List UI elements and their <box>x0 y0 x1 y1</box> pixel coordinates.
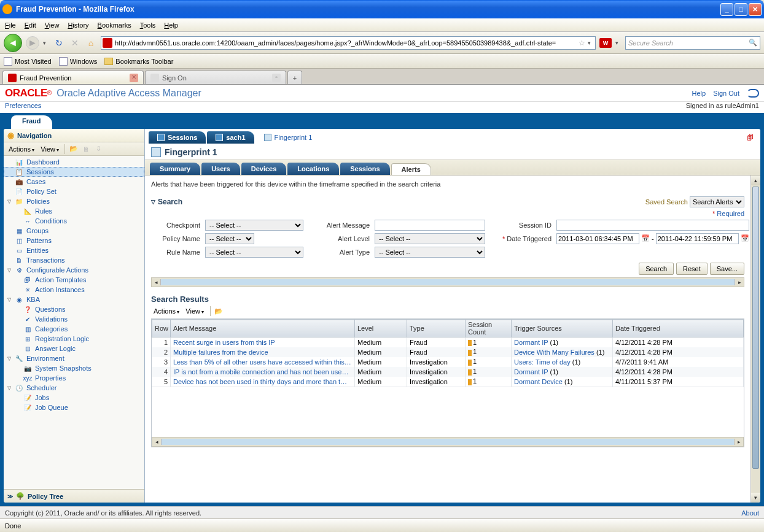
cell-alert-message[interactable]: IP is not from a mobile connection and h… <box>171 367 355 377</box>
subtab-users[interactable]: Users <box>201 163 240 175</box>
nav-item-scheduler[interactable]: ▽🕒Scheduler <box>4 383 144 393</box>
folder-open-icon[interactable]: 📂 <box>68 144 79 154</box>
bookmark-star-icon[interactable]: ☆ <box>579 39 585 47</box>
table-row[interactable]: 4IP is not from a mobile connection and … <box>152 367 744 377</box>
nav-item-kba[interactable]: ▽◉KBA <box>4 295 144 304</box>
doc-tab-sach1[interactable]: sach1 <box>207 131 254 144</box>
url-input[interactable] <box>115 39 576 47</box>
nav-item-policies[interactable]: ▽📁Policies <box>4 196 144 206</box>
nav-item-dashboard[interactable]: 📊Dashboard <box>4 157 144 167</box>
signout-link[interactable]: Sign Out <box>713 90 739 97</box>
nav-item-job-queue[interactable]: 📝Job Queue <box>4 403 144 412</box>
rule-name-select[interactable]: -- Select -- <box>205 247 303 258</box>
col-type[interactable]: Type <box>407 320 466 337</box>
shield-dropdown[interactable]: ▾ <box>615 40 622 46</box>
save-button[interactable]: Save... <box>710 263 744 275</box>
nav-item-action-instances[interactable]: ✳Action Instances <box>4 285 144 295</box>
menu-help[interactable]: Help <box>164 21 178 29</box>
tab-close-icon[interactable]: ✕ <box>130 74 138 82</box>
close-button[interactable]: ✕ <box>749 3 762 16</box>
menu-bookmarks[interactable]: Bookmarks <box>98 21 131 29</box>
nav-history-dropdown[interactable]: ▾ <box>43 40 49 46</box>
url-bar[interactable]: ☆ ▾ <box>101 36 596 50</box>
saved-search-select[interactable]: Search Alerts <box>690 196 744 207</box>
minimize-button[interactable]: _ <box>720 3 733 16</box>
back-button[interactable]: ◄ <box>4 34 22 52</box>
nav-item-sessions[interactable]: 📋Sessions <box>4 167 144 177</box>
url-dropdown[interactable]: ▾ <box>588 40 594 46</box>
nav-item-questions[interactable]: ❓Questions <box>4 304 144 314</box>
bookmark-toolbar-folder[interactable]: Bookmarks Toolbar <box>104 58 173 65</box>
browser-tab-signon[interactable]: Sign On ▫ <box>145 71 286 84</box>
table-row[interactable]: 5Device has not been used in thirty days… <box>152 377 744 387</box>
menu-history[interactable]: History <box>68 21 88 29</box>
nav-item-properties[interactable]: xyzProperties <box>4 373 144 383</box>
fraud-tab[interactable]: Fraud <box>11 115 52 129</box>
table-row[interactable]: 1Recent surge in users from this IPMediu… <box>152 337 744 347</box>
help-link[interactable]: Help <box>692 90 706 97</box>
alert-level-select[interactable]: -- Select -- <box>375 233 485 244</box>
calendar-icon[interactable]: 📅 <box>741 234 749 243</box>
nav-view-menu[interactable]: View <box>38 145 61 153</box>
nav-item-categories[interactable]: ▥Categories <box>4 324 144 334</box>
nav-item-system-snapshots[interactable]: 📷System Snapshots <box>4 363 144 373</box>
bookmark-windows[interactable]: Windows <box>59 57 98 66</box>
table-row[interactable]: 3Less than 5% of all other users have ac… <box>152 357 744 367</box>
browser-search[interactable]: Secure Search 🔍 <box>625 36 760 50</box>
bookmark-most-visited[interactable]: Most Visited <box>4 57 52 66</box>
new-tab-button[interactable]: + <box>287 71 302 84</box>
calendar-icon[interactable]: 📅 <box>641 234 650 243</box>
menu-edit[interactable]: Edit <box>25 21 36 29</box>
nav-item-validations[interactable]: ✔Validations <box>4 314 144 324</box>
search-icon[interactable]: 🔍 <box>749 39 757 47</box>
browser-tab-fraud[interactable]: Fraud Prevention ✕ <box>2 71 144 84</box>
search-hscroll[interactable]: ◂▸ <box>151 277 744 287</box>
home-button[interactable]: ⌂ <box>85 37 97 49</box>
col-date-triggered[interactable]: Date Triggered <box>613 320 744 337</box>
about-link[interactable]: About <box>741 509 759 517</box>
menu-file[interactable]: File <box>5 21 16 29</box>
session-id-input[interactable] <box>556 220 749 231</box>
subtab-locations[interactable]: Locations <box>287 163 339 175</box>
col-session-count[interactable]: Session Count <box>466 320 512 337</box>
menu-view[interactable]: View <box>45 21 60 29</box>
nav-item-action-templates[interactable]: 🗐Action Templates <box>4 275 144 285</box>
nav-item-environment[interactable]: ▽🔧Environment <box>4 353 144 363</box>
search-button[interactable]: Search <box>639 263 674 275</box>
table-row[interactable]: 2Multiple failures from the deviceMedium… <box>152 347 744 357</box>
cell-alert-message[interactable]: Recent surge in users from this IP <box>171 337 355 347</box>
page-tool-icon[interactable]: 🗐 <box>747 134 757 144</box>
doc-tab-fingerprint[interactable]: Fingerprint 1 <box>255 131 321 144</box>
vertical-scrollbar[interactable]: ▴▾ <box>750 175 760 503</box>
results-actions-menu[interactable]: Actions <box>151 307 182 315</box>
collapse-icon[interactable]: ▽ <box>151 199 155 205</box>
nav-item-jobs[interactable]: 📝Jobs <box>4 393 144 403</box>
cell-alert-message[interactable]: Device has not been used in thirty days … <box>171 377 355 387</box>
subtab-sessions[interactable]: Sessions <box>340 163 389 175</box>
results-hscroll[interactable]: ◂▸ <box>152 437 744 447</box>
menu-tools[interactable]: Tools <box>140 21 156 29</box>
nav-item-policy-set[interactable]: 📄Policy Set <box>4 187 144 196</box>
nav-item-configurable-actions[interactable]: ▽⚙Configurable Actions <box>4 265 144 275</box>
maximize-button[interactable]: □ <box>735 3 747 16</box>
stop-button[interactable]: ✕ <box>69 37 81 49</box>
doc-tab-sessions[interactable]: Sessions <box>149 131 206 144</box>
preferences-link[interactable]: Preferences <box>5 102 41 109</box>
alert-type-select[interactable]: -- Select -- <box>375 247 485 258</box>
checkpoint-select[interactable]: -- Select -- <box>205 220 303 231</box>
date-from-input[interactable] <box>556 233 639 244</box>
nav-item-conditions[interactable]: ↔Conditions <box>4 216 144 226</box>
nav-actions-menu[interactable]: Actions <box>6 145 37 153</box>
policy-name-select[interactable]: -- Select -- <box>205 233 254 244</box>
subtab-devices[interactable]: Devices <box>241 163 287 175</box>
nav-item-registration-logic[interactable]: ⊞Registration Logic <box>4 334 144 344</box>
col-alert-message[interactable]: Alert Message <box>171 320 355 337</box>
col-row[interactable]: Row <box>152 320 171 337</box>
reset-button[interactable]: Reset <box>676 263 707 275</box>
results-view-menu[interactable]: View <box>183 307 206 315</box>
subtab-summary[interactable]: Summary <box>150 163 200 175</box>
nav-item-rules[interactable]: 📐Rules <box>4 206 144 216</box>
alert-message-input[interactable] <box>375 220 485 231</box>
subtab-alerts[interactable]: Alerts <box>391 163 431 175</box>
forward-button[interactable]: ► <box>26 36 39 50</box>
